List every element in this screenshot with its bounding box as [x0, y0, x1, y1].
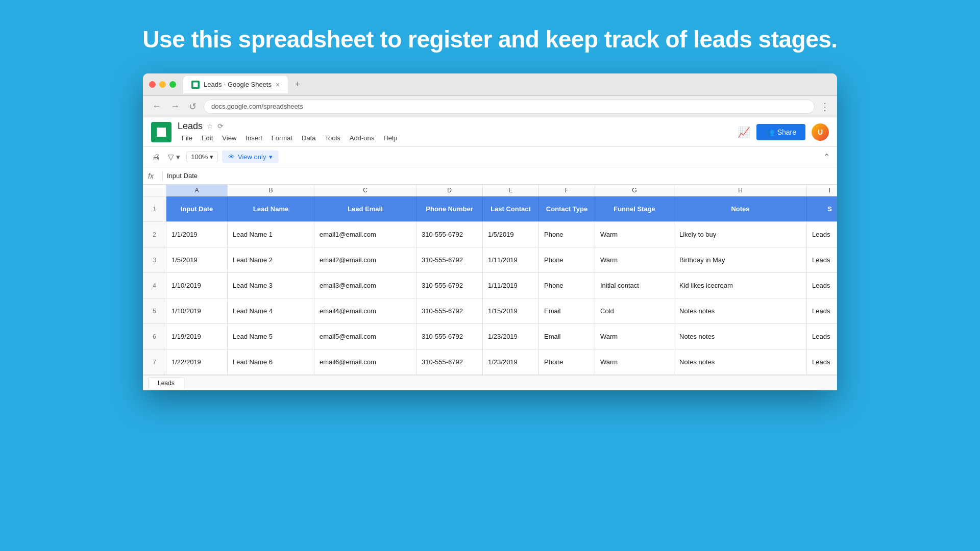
cell-input-date[interactable]: 1/19/2019: [166, 324, 228, 349]
maximize-window-button[interactable]: [169, 81, 176, 88]
tab-close-button[interactable]: ×: [276, 81, 280, 89]
header-contact-type[interactable]: Contact Type: [539, 196, 595, 221]
cell-input-date[interactable]: 1/1/2019: [166, 222, 228, 247]
cell-contact-type[interactable]: Phone: [539, 273, 595, 298]
cell-lead-name[interactable]: Lead Name 5: [228, 324, 314, 349]
cell-lead-name[interactable]: Lead Name 1: [228, 222, 314, 247]
zoom-selector[interactable]: 100% ▾: [186, 152, 218, 162]
header-sheet[interactable]: S: [807, 196, 837, 221]
menu-tools[interactable]: Tools: [321, 133, 344, 143]
cell-phone[interactable]: 310-555-6792: [416, 324, 483, 349]
formula-content[interactable]: Input Date: [167, 172, 832, 180]
menu-edit[interactable]: Edit: [198, 133, 217, 143]
cell-phone[interactable]: 310-555-6792: [416, 349, 483, 374]
cell-last-contact[interactable]: 1/11/2019: [483, 247, 539, 272]
menu-addons[interactable]: Add-ons: [346, 133, 378, 143]
cell-lead-name[interactable]: Lead Name 3: [228, 273, 314, 298]
cell-sheet[interactable]: Leads: [807, 273, 837, 298]
cell-lead-email[interactable]: email3@email.com: [314, 273, 416, 298]
cell-sheet[interactable]: Leads: [807, 324, 837, 349]
user-avatar[interactable]: U: [812, 123, 829, 141]
cell-notes[interactable]: Notes notes: [674, 324, 807, 349]
cell-sheet[interactable]: Leads: [807, 349, 837, 374]
close-window-button[interactable]: [149, 81, 156, 88]
menu-format[interactable]: Format: [267, 133, 297, 143]
nav-forward-button[interactable]: →: [168, 100, 182, 113]
cell-lead-name[interactable]: Lead Name 4: [228, 298, 314, 323]
cell-lead-email[interactable]: email4@email.com: [314, 298, 416, 323]
cell-funnel-stage[interactable]: Initial contact: [595, 273, 674, 298]
cell-funnel-stage[interactable]: Warm: [595, 349, 674, 374]
cell-sheet[interactable]: Leads: [807, 222, 837, 247]
trending-icon[interactable]: 📈: [738, 126, 750, 138]
col-header-h[interactable]: H: [674, 185, 807, 196]
nav-reload-button[interactable]: ↺: [187, 100, 199, 113]
col-header-f[interactable]: F: [539, 185, 595, 196]
cell-notes[interactable]: Notes notes: [674, 349, 807, 374]
cell-input-date[interactable]: 1/22/2019: [166, 349, 228, 374]
cell-lead-name[interactable]: Lead Name 6: [228, 349, 314, 374]
minimize-window-button[interactable]: [159, 81, 166, 88]
cell-funnel-stage[interactable]: Cold: [595, 298, 674, 323]
cell-last-contact[interactable]: 1/23/2019: [483, 324, 539, 349]
cell-funnel-stage[interactable]: Warm: [595, 247, 674, 272]
cell-funnel-stage[interactable]: Warm: [595, 222, 674, 247]
header-lead-email[interactable]: Lead Email: [314, 196, 416, 221]
cell-last-contact[interactable]: 1/5/2019: [483, 222, 539, 247]
header-notes[interactable]: Notes: [674, 196, 807, 221]
col-header-b[interactable]: B: [228, 185, 314, 196]
cell-last-contact[interactable]: 1/15/2019: [483, 298, 539, 323]
menu-help[interactable]: Help: [379, 133, 401, 143]
toolbar-collapse-icon[interactable]: ⌃: [823, 152, 830, 162]
active-tab[interactable]: Leads - Google Sheets ×: [183, 76, 288, 93]
cell-notes[interactable]: Birthday in May: [674, 247, 807, 272]
filter-icon[interactable]: ▽ ▾: [166, 151, 182, 164]
print-icon[interactable]: 🖨: [150, 151, 162, 163]
cell-notes[interactable]: Kid likes icecream: [674, 273, 807, 298]
cell-funnel-stage[interactable]: Warm: [595, 324, 674, 349]
menu-view[interactable]: View: [218, 133, 240, 143]
cell-sheet[interactable]: Leads: [807, 298, 837, 323]
cell-phone[interactable]: 310-555-6792: [416, 273, 483, 298]
col-header-g[interactable]: G: [595, 185, 674, 196]
cell-lead-email[interactable]: email1@email.com: [314, 222, 416, 247]
header-phone-number[interactable]: Phone Number: [416, 196, 483, 221]
header-last-contact[interactable]: Last Contact: [483, 196, 539, 221]
cell-sheet[interactable]: Leads: [807, 247, 837, 272]
menu-insert[interactable]: Insert: [241, 133, 266, 143]
col-header-c[interactable]: C: [314, 185, 416, 196]
cell-input-date[interactable]: 1/5/2019: [166, 247, 228, 272]
cell-lead-email[interactable]: email2@email.com: [314, 247, 416, 272]
cell-input-date[interactable]: 1/10/2019: [166, 273, 228, 298]
cell-contact-type[interactable]: Phone: [539, 349, 595, 374]
history-icon[interactable]: ⟳: [217, 122, 224, 130]
menu-file[interactable]: File: [178, 133, 197, 143]
address-bar[interactable]: docs.google.com/spreadsheets: [204, 99, 815, 114]
cell-contact-type[interactable]: Email: [539, 298, 595, 323]
browser-more-button[interactable]: ⋮: [820, 101, 830, 113]
cell-notes[interactable]: Notes notes: [674, 298, 807, 323]
cell-last-contact[interactable]: 1/23/2019: [483, 349, 539, 374]
cell-lead-email[interactable]: email6@email.com: [314, 349, 416, 374]
new-tab-button[interactable]: +: [291, 78, 304, 91]
header-lead-name[interactable]: Lead Name: [228, 196, 314, 221]
menu-data[interactable]: Data: [298, 133, 320, 143]
cell-contact-type[interactable]: Phone: [539, 247, 595, 272]
cell-phone[interactable]: 310-555-6792: [416, 247, 483, 272]
cell-phone[interactable]: 310-555-6792: [416, 222, 483, 247]
star-icon[interactable]: ☆: [207, 122, 213, 130]
cell-notes[interactable]: Likely to buy: [674, 222, 807, 247]
header-funnel-stage[interactable]: Funnel Stage: [595, 196, 674, 221]
col-header-e[interactable]: E: [483, 185, 539, 196]
cell-lead-name[interactable]: Lead Name 2: [228, 247, 314, 272]
nav-back-button[interactable]: ←: [150, 100, 163, 113]
col-header-i[interactable]: I: [807, 185, 837, 196]
col-header-d[interactable]: D: [416, 185, 483, 196]
cell-phone[interactable]: 310-555-6792: [416, 298, 483, 323]
header-input-date[interactable]: Input Date: [166, 196, 228, 221]
cell-contact-type[interactable]: Email: [539, 324, 595, 349]
view-only-button[interactable]: 👁 View only ▾: [222, 151, 279, 163]
share-button[interactable]: 👥 Share: [756, 124, 805, 140]
col-header-a[interactable]: A: [166, 185, 228, 196]
cell-input-date[interactable]: 1/10/2019: [166, 298, 228, 323]
